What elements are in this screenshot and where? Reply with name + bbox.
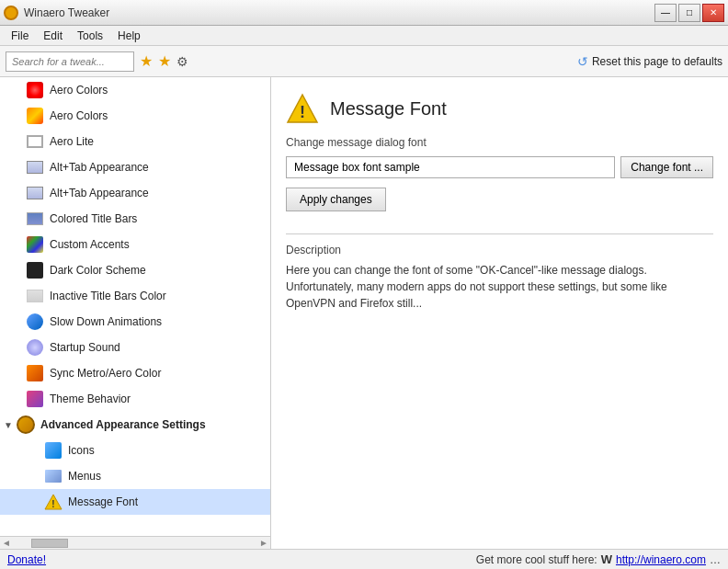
reset-icon: ↺ [577,54,588,69]
sidebar-item-label: Aero Lite [50,135,94,148]
aero-colors-icon [26,81,44,99]
font-sample-row: Change font ... [286,156,713,178]
change-font-button[interactable]: Change font ... [620,156,713,178]
sidebar-item-message-font[interactable]: ! Message Font [0,489,270,515]
sidebar-item-dark-color[interactable]: Dark Color Scheme [0,257,270,283]
svg-text:!: ! [300,103,305,121]
content-header: ! Message Font [286,92,713,125]
menu-file[interactable]: File [4,28,36,44]
content-title: Message Font [330,98,447,119]
sidebar-item-label: Inactive Title Bars Color [50,290,166,302]
close-button[interactable]: ✕ [702,4,724,22]
custom-accents-icon [26,235,44,254]
sidebar-item-sync-metro[interactable]: Sync Metro/Aero Color [0,360,270,386]
sidebar-item-label: Custom Accents [50,238,130,251]
theme-icon [26,390,44,408]
dark-color-icon [26,261,44,279]
sidebar-item-slow-down[interactable]: Slow Down Animations [0,309,270,335]
sync-metro-icon [26,364,44,382]
menu-edit[interactable]: Edit [36,28,70,44]
search-input[interactable] [6,51,134,72]
sidebar-item-label: Alt+Tab Appearance [50,187,149,199]
apply-changes-button[interactable]: Apply changes [286,188,386,211]
message-font-tree-icon: ! [44,493,63,511]
status-bar: Donate! Get more cool stuff here: W http… [0,549,728,569]
sidebar-item-colored-title[interactable]: Colored Title Bars [0,206,270,232]
winaero-w-icon: W [601,552,612,566]
sidebar-item-label: Icons [68,444,95,457]
alt-tab-icon-2 [26,184,44,202]
sidebar-item-label: Dark Color Scheme [50,264,146,277]
menu-bar: File Edit Tools Help [0,26,728,46]
hscroll-right[interactable]: ► [257,538,270,548]
menus-icon [44,467,63,485]
sidebar-item-label: Colored Title Bars [50,212,137,225]
content-divider [286,233,713,234]
menu-tools[interactable]: Tools [70,28,110,44]
settings-icon[interactable]: ⚙ [176,54,188,69]
advanced-icon [17,415,35,434]
sidebar-item-aero-colors-1[interactable]: Aero Colors [0,77,270,103]
svg-text:!: ! [51,499,54,509]
reset-button[interactable]: ↺ Reset this page to defaults [577,54,722,69]
font-sample-input[interactable] [286,156,615,178]
main-area: Aero Colors Aero Colors Aero Lite Alt+Ta… [0,77,728,549]
sidebar-item-icons[interactable]: Icons [0,438,270,463]
content-subtitle: Change message dialog font [286,136,713,149]
sidebar-item-alt-tab-1[interactable]: Alt+Tab Appearance [0,154,270,180]
startup-sound-icon [26,338,44,357]
title-bar-left: Winaero Tweaker [4,6,109,20]
sidebar-item-label: Menus [68,470,101,483]
hscroll-left[interactable]: ◄ [0,538,13,548]
aero-colors2-icon [26,107,44,125]
sidebar-item-custom-accents[interactable]: Custom Accents [0,232,270,257]
app-icon [4,6,18,20]
alt-tab-icon [26,158,44,176]
minimize-button[interactable]: — [654,4,677,22]
sidebar-item-startup-sound[interactable]: Startup Sound [0,335,270,360]
sidebar-item-label: Theme Behavior [50,393,131,405]
sidebar-item-label: Aero Colors [50,109,108,122]
aero-lite-icon [26,132,44,151]
toolbar: ★ ★ ⚙ ↺ Reset this page to defaults [0,46,728,77]
description-text: Here you can change the font of some "OK… [286,262,713,312]
sidebar-item-label: Startup Sound [50,341,120,354]
content-area: ! Message Font Change message dialog fon… [271,77,728,549]
sidebar-group-advanced[interactable]: ▼ Advanced Appearance Settings [0,412,270,438]
sidebar-item-label: Sync Metro/Aero Color [50,367,161,380]
donate-link[interactable]: Donate! [7,553,46,566]
winaero-link[interactable]: http://winaero.com [616,553,706,566]
status-right-text: Get more cool stuff here: [476,553,597,566]
sidebar-item-label: Aero Colors [50,84,108,97]
favorite-star-2[interactable]: ★ [158,52,171,70]
sidebar-item-label: Alt+Tab Appearance [50,161,149,174]
sidebar-hscrollbar[interactable]: ◄ ► [0,536,270,549]
description-label: Description [286,244,713,256]
sidebar-item-label: Slow Down Animations [50,315,162,328]
title-bar-controls: — □ ✕ [654,4,724,22]
icons-icon [44,441,63,460]
expand-arrow: ▼ [4,420,17,430]
sidebar: Aero Colors Aero Colors Aero Lite Alt+Ta… [0,77,271,549]
sidebar-item-menus[interactable]: Menus [0,463,270,489]
status-ellipsis: … [710,553,721,566]
slow-down-icon [26,313,44,331]
menu-help[interactable]: Help [110,28,148,44]
hscroll-thumb[interactable] [31,539,68,548]
maximize-button[interactable]: □ [678,4,700,22]
reset-label: Reset this page to defaults [592,55,722,68]
sidebar-item-theme-behavior[interactable]: Theme Behavior [0,386,270,412]
sidebar-item-aero-colors-2[interactable]: Aero Colors [0,103,270,129]
sidebar-item-label: Message Font [68,495,138,508]
warning-icon: ! [286,92,319,125]
sidebar-item-alt-tab-2[interactable]: Alt+Tab Appearance [0,180,270,206]
sidebar-group-label: Advanced Appearance Settings [40,418,206,431]
favorite-star-1[interactable]: ★ [140,52,153,70]
sidebar-scroll[interactable]: Aero Colors Aero Colors Aero Lite Alt+Ta… [0,77,270,536]
title-bar: Winaero Tweaker — □ ✕ [0,0,728,26]
colored-title-icon [26,210,44,228]
status-right: Get more cool stuff here: W http://winae… [476,552,721,566]
sidebar-item-aero-lite[interactable]: Aero Lite [0,129,270,154]
window-title: Winaero Tweaker [24,6,109,19]
sidebar-item-inactive-title[interactable]: Inactive Title Bars Color [0,283,270,309]
